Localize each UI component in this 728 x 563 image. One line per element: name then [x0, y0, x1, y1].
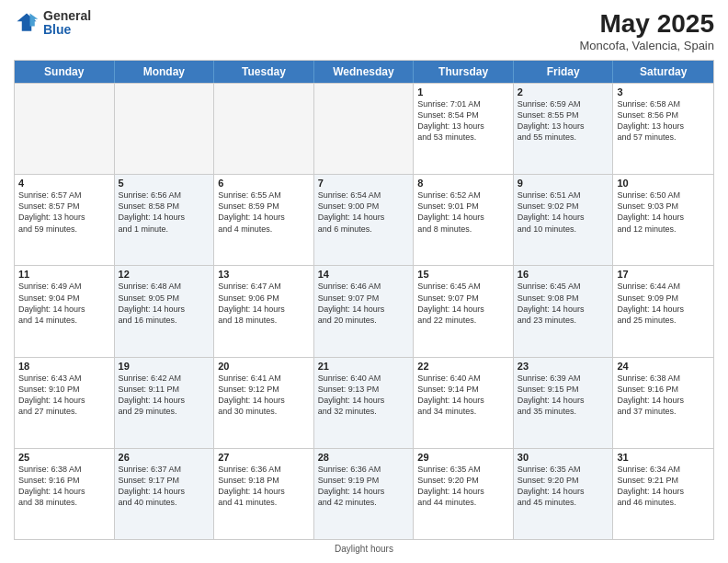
calendar-cell: 13Sunrise: 6:47 AM Sunset: 9:06 PM Dayli… [214, 266, 314, 356]
cell-info: Sunrise: 6:43 AM Sunset: 9:10 PM Dayligh… [18, 373, 110, 418]
cell-info: Sunrise: 6:45 AM Sunset: 9:08 PM Dayligh… [518, 281, 609, 326]
day-number: 11 [18, 269, 110, 280]
weekday-header-tuesday: Tuesday [214, 61, 314, 83]
weekday-header-thursday: Thursday [414, 61, 514, 83]
cell-info: Sunrise: 6:45 AM Sunset: 9:07 PM Dayligh… [417, 281, 509, 326]
cell-info: Sunrise: 6:52 AM Sunset: 9:01 PM Dayligh… [417, 190, 509, 235]
calendar-cell: 22Sunrise: 6:40 AM Sunset: 9:14 PM Dayli… [414, 358, 514, 448]
cell-info: Sunrise: 6:36 AM Sunset: 9:18 PM Dayligh… [218, 464, 310, 509]
day-number: 2 [518, 86, 609, 98]
calendar-cell: 28Sunrise: 6:36 AM Sunset: 9:19 PM Dayli… [314, 449, 415, 539]
cell-info: Sunrise: 6:36 AM Sunset: 9:19 PM Dayligh… [318, 464, 410, 509]
calendar-cell: 4Sunrise: 6:57 AM Sunset: 8:57 PM Daylig… [15, 175, 115, 265]
cell-info: Sunrise: 6:39 AM Sunset: 9:15 PM Dayligh… [518, 373, 609, 418]
day-number: 24 [617, 361, 710, 372]
header: General Blue May 2025 Moncofa, Valencia,… [14, 9, 714, 52]
day-number: 20 [218, 361, 310, 372]
day-number: 6 [218, 178, 310, 189]
calendar-cell: 12Sunrise: 6:48 AM Sunset: 9:05 PM Dayli… [115, 266, 215, 356]
calendar-cell: 2Sunrise: 6:59 AM Sunset: 8:55 PM Daylig… [514, 84, 614, 174]
calendar-cell: 31Sunrise: 6:34 AM Sunset: 9:21 PM Dayli… [613, 449, 713, 539]
day-number: 29 [417, 452, 509, 463]
calendar-cell: 26Sunrise: 6:37 AM Sunset: 9:17 PM Dayli… [115, 449, 215, 539]
cell-info: Sunrise: 6:40 AM Sunset: 9:13 PM Dayligh… [318, 373, 410, 418]
cell-info: Sunrise: 6:37 AM Sunset: 9:17 PM Dayligh… [119, 464, 210, 509]
day-number: 1 [417, 86, 509, 98]
day-number: 21 [318, 361, 410, 372]
day-number: 5 [119, 178, 210, 189]
cell-info: Sunrise: 6:42 AM Sunset: 9:11 PM Dayligh… [119, 373, 210, 418]
day-number: 8 [417, 178, 509, 189]
cell-info: Sunrise: 6:38 AM Sunset: 9:16 PM Dayligh… [18, 464, 110, 509]
calendar-cell: 14Sunrise: 6:46 AM Sunset: 9:07 PM Dayli… [314, 266, 415, 356]
calendar-cell: 7Sunrise: 6:54 AM Sunset: 9:00 PM Daylig… [314, 175, 415, 265]
logo-text: General Blue [43, 9, 91, 38]
cell-info: Sunrise: 7:01 AM Sunset: 8:54 PM Dayligh… [417, 98, 509, 144]
title-block: May 2025 Moncofa, Valencia, Spain [580, 9, 714, 52]
page: General Blue May 2025 Moncofa, Valencia,… [0, 0, 728, 563]
day-number: 10 [617, 178, 710, 189]
calendar-body: 1Sunrise: 7:01 AM Sunset: 8:54 PM Daylig… [15, 83, 713, 539]
calendar-header: SundayMondayTuesdayWednesdayThursdayFrid… [15, 61, 713, 83]
calendar-cell [15, 84, 115, 174]
cell-info: Sunrise: 6:34 AM Sunset: 9:21 PM Dayligh… [617, 464, 710, 509]
calendar-cell: 3Sunrise: 6:58 AM Sunset: 8:56 PM Daylig… [613, 84, 713, 174]
cell-info: Sunrise: 6:50 AM Sunset: 9:03 PM Dayligh… [617, 190, 710, 235]
logo-icon [14, 10, 40, 36]
calendar: SundayMondayTuesdayWednesdayThursdayFrid… [14, 60, 714, 540]
calendar-cell: 8Sunrise: 6:52 AM Sunset: 9:01 PM Daylig… [414, 175, 514, 265]
day-number: 26 [119, 452, 210, 463]
calendar-cell: 23Sunrise: 6:39 AM Sunset: 9:15 PM Dayli… [514, 358, 614, 448]
calendar-cell [314, 84, 415, 174]
day-number: 27 [218, 452, 310, 463]
day-number: 23 [518, 361, 609, 372]
calendar-cell: 18Sunrise: 6:43 AM Sunset: 9:10 PM Dayli… [15, 358, 115, 448]
day-number: 9 [518, 178, 609, 189]
day-number: 3 [617, 86, 710, 98]
weekday-header-sunday: Sunday [15, 61, 115, 83]
cell-info: Sunrise: 6:40 AM Sunset: 9:14 PM Dayligh… [417, 373, 509, 418]
day-number: 25 [18, 452, 110, 463]
cell-info: Sunrise: 6:54 AM Sunset: 9:00 PM Dayligh… [318, 190, 410, 235]
day-number: 12 [119, 269, 210, 280]
cell-info: Sunrise: 6:57 AM Sunset: 8:57 PM Dayligh… [18, 190, 110, 235]
cell-info: Sunrise: 6:38 AM Sunset: 9:16 PM Dayligh… [617, 373, 710, 418]
calendar-row-2: 4Sunrise: 6:57 AM Sunset: 8:57 PM Daylig… [15, 174, 713, 265]
day-number: 16 [518, 269, 609, 280]
calendar-cell: 15Sunrise: 6:45 AM Sunset: 9:07 PM Dayli… [414, 266, 514, 356]
cell-info: Sunrise: 6:47 AM Sunset: 9:06 PM Dayligh… [218, 281, 310, 326]
calendar-row-4: 18Sunrise: 6:43 AM Sunset: 9:10 PM Dayli… [15, 357, 713, 448]
logo: General Blue [14, 9, 91, 38]
calendar-cell: 19Sunrise: 6:42 AM Sunset: 9:11 PM Dayli… [115, 358, 215, 448]
day-number: 18 [18, 361, 110, 372]
day-number: 31 [617, 452, 710, 463]
calendar-cell: 25Sunrise: 6:38 AM Sunset: 9:16 PM Dayli… [15, 449, 115, 539]
calendar-cell [115, 84, 215, 174]
location: Moncofa, Valencia, Spain [580, 39, 714, 52]
day-number: 4 [18, 178, 110, 189]
cell-info: Sunrise: 6:35 AM Sunset: 9:20 PM Dayligh… [417, 464, 509, 509]
weekday-header-monday: Monday [115, 61, 215, 83]
calendar-cell: 1Sunrise: 7:01 AM Sunset: 8:54 PM Daylig… [414, 84, 514, 174]
calendar-row-5: 25Sunrise: 6:38 AM Sunset: 9:16 PM Dayli… [15, 448, 713, 539]
day-number: 28 [318, 452, 410, 463]
weekday-header-friday: Friday [514, 61, 614, 83]
cell-info: Sunrise: 6:44 AM Sunset: 9:09 PM Dayligh… [617, 281, 710, 326]
calendar-row-1: 1Sunrise: 7:01 AM Sunset: 8:54 PM Daylig… [15, 83, 713, 174]
calendar-cell: 20Sunrise: 6:41 AM Sunset: 9:12 PM Dayli… [214, 358, 314, 448]
cell-info: Sunrise: 6:46 AM Sunset: 9:07 PM Dayligh… [318, 281, 410, 326]
cell-info: Sunrise: 6:56 AM Sunset: 8:58 PM Dayligh… [119, 190, 210, 235]
day-number: 17 [617, 269, 710, 280]
calendar-row-3: 11Sunrise: 6:49 AM Sunset: 9:04 PM Dayli… [15, 265, 713, 356]
cell-info: Sunrise: 6:55 AM Sunset: 8:59 PM Dayligh… [218, 190, 310, 235]
calendar-cell: 16Sunrise: 6:45 AM Sunset: 9:08 PM Dayli… [514, 266, 614, 356]
calendar-cell: 6Sunrise: 6:55 AM Sunset: 8:59 PM Daylig… [214, 175, 314, 265]
day-number: 22 [417, 361, 509, 372]
calendar-cell: 27Sunrise: 6:36 AM Sunset: 9:18 PM Dayli… [214, 449, 314, 539]
day-number: 14 [318, 269, 410, 280]
calendar-cell: 21Sunrise: 6:40 AM Sunset: 9:13 PM Dayli… [314, 358, 415, 448]
footer-note: Daylight hours [14, 544, 714, 554]
calendar-cell: 29Sunrise: 6:35 AM Sunset: 9:20 PM Dayli… [414, 449, 514, 539]
cell-info: Sunrise: 6:48 AM Sunset: 9:05 PM Dayligh… [119, 281, 210, 326]
cell-info: Sunrise: 6:49 AM Sunset: 9:04 PM Dayligh… [18, 281, 110, 326]
